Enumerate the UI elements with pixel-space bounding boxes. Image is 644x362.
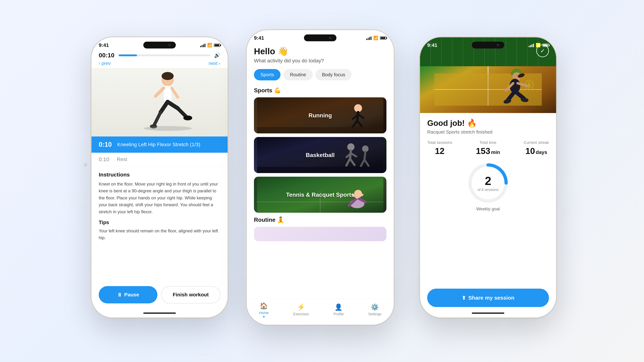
basketball-label: Basketball bbox=[306, 152, 335, 159]
workout-timer: 00:10 bbox=[99, 52, 115, 59]
power-button[interactable] bbox=[228, 95, 228, 117]
svg-point-11 bbox=[184, 116, 192, 120]
svg-line-7 bbox=[161, 102, 168, 112]
current-exercise-block: 0:10 Kneeling Left Hip Flexor Stretch (1… bbox=[92, 137, 228, 153]
tips-text: Your left knee should remain on the floo… bbox=[99, 227, 220, 241]
exercises-icon: ⚡ bbox=[297, 303, 305, 311]
weekly-goal-section: 2 of 8 sessions Weekly goal bbox=[427, 161, 549, 211]
signal-icon-center bbox=[366, 36, 372, 40]
filter-tabs: Sports Routine Body focus bbox=[254, 69, 386, 80]
wifi-icon-right: 📶 bbox=[536, 43, 540, 48]
exercise-time: 0:10 bbox=[99, 141, 112, 148]
tennis-label: Tennis & Racquet Sports bbox=[286, 191, 354, 198]
total-time-value: 153 bbox=[476, 146, 490, 156]
status-icons-left: 📶 bbox=[200, 43, 220, 48]
nav-settings[interactable]: ⚙️ Settings bbox=[368, 303, 382, 316]
svg-point-10 bbox=[144, 126, 192, 131]
phone-left: 9:41 📶 00:10 🔊 bbox=[91, 37, 228, 318]
nav-settings-label: Settings bbox=[368, 312, 382, 316]
instructions-text: Kneel on the floor. Move your right leg … bbox=[99, 181, 220, 215]
pause-button[interactable]: ⏸ Pause bbox=[99, 286, 158, 303]
home-content: Hello 👋 What activity did you do today? … bbox=[247, 43, 394, 298]
camera-dot-center bbox=[329, 37, 332, 39]
rest-block: 0:10 Rest bbox=[92, 153, 228, 166]
workout-buttons: ⏸ Pause Finish workout bbox=[92, 283, 228, 312]
result-content: Good job! 🔥 Racquet Sports stretch finis… bbox=[420, 113, 556, 312]
prev-button[interactable]: ‹ prev bbox=[99, 61, 111, 66]
tab-body-focus[interactable]: Body focus bbox=[316, 69, 352, 80]
svg-line-6 bbox=[178, 108, 186, 116]
nav-exercises-label: Exercises bbox=[293, 312, 309, 316]
donut-chart: 2 of 8 sessions bbox=[466, 161, 510, 205]
nav-exercises[interactable]: ⚡ Exercises bbox=[293, 303, 309, 316]
power-center[interactable] bbox=[394, 93, 394, 115]
status-icons-right: 📶 .phone-right .battery-icon::after{back… bbox=[529, 43, 549, 48]
sound-icon[interactable]: 🔊 bbox=[214, 52, 220, 58]
home-indicator-left bbox=[143, 312, 176, 314]
share-label: Share my session bbox=[468, 295, 514, 301]
camera-dot-right bbox=[497, 44, 499, 46]
workout-screen: 9:41 📶 00:10 🔊 bbox=[92, 37, 228, 318]
svg-line-4 bbox=[172, 88, 178, 97]
exercise-name: Kneeling Left Hip Flexor Stretch (1/3) bbox=[117, 142, 200, 148]
progress-fill bbox=[118, 54, 137, 56]
stats-row: Total sessions 12 Total time 153 min Cur… bbox=[427, 140, 549, 156]
exercise-image bbox=[92, 68, 228, 137]
basketball-card[interactable]: Basketball bbox=[254, 137, 386, 173]
greeting-title: Hello 👋 bbox=[254, 43, 386, 56]
rest-label: Rest bbox=[117, 157, 127, 162]
volume-up-center[interactable] bbox=[246, 84, 247, 99]
tab-sports[interactable]: Sports bbox=[254, 69, 280, 80]
camera-pill-center bbox=[304, 34, 336, 41]
sessions-done: 2 bbox=[478, 174, 499, 188]
volume-down-center[interactable] bbox=[246, 102, 247, 117]
status-icons-center: 📶 bbox=[366, 36, 386, 40]
phone-center: 9:41 📶 Hello 👋 What activity did you do … bbox=[246, 29, 394, 325]
home-screen: 9:41 📶 Hello 👋 What activity did you do … bbox=[247, 30, 394, 325]
nav-profile-label: Profile bbox=[334, 312, 344, 316]
battery-icon-left bbox=[214, 44, 220, 47]
profile-icon: 👤 bbox=[334, 303, 342, 311]
time-right: 9:41 bbox=[427, 42, 437, 48]
instructions-section: Instructions Kneel on the floor. Move yo… bbox=[92, 166, 228, 283]
battery-icon-center bbox=[380, 36, 386, 40]
svg-line-28 bbox=[364, 152, 365, 160]
finish-workout-button[interactable]: Finish workout bbox=[161, 286, 220, 303]
good-job-title: Good job! 🔥 bbox=[427, 118, 549, 128]
svg-rect-19 bbox=[257, 127, 383, 133]
timer-bar: 00:10 🔊 bbox=[92, 50, 228, 61]
rest-time: 0:10 bbox=[99, 156, 111, 163]
finish-label: Finish workout bbox=[173, 292, 209, 298]
wifi-icon-center: 📶 bbox=[373, 36, 378, 40]
nav-profile[interactable]: 👤 Profile bbox=[334, 303, 344, 316]
nav-home-indicator bbox=[263, 316, 264, 318]
svg-point-1 bbox=[162, 72, 174, 80]
home-icon: 🏠 bbox=[260, 302, 268, 310]
result-screen: 9:41 📶 .phone-right .battery-icon::after… bbox=[420, 37, 556, 318]
total-sessions-value: 12 bbox=[435, 146, 444, 156]
camera-pill-right bbox=[472, 42, 504, 48]
sports-section-title: Sports 💪 bbox=[254, 87, 386, 94]
share-icon: ⬆ bbox=[462, 295, 466, 301]
power-right[interactable] bbox=[556, 95, 557, 117]
nav-home-label: Home bbox=[259, 311, 268, 315]
nav-home[interactable]: 🏠 Home bbox=[259, 302, 268, 318]
tennis-card[interactable]: Tennis & Racquet Sports bbox=[254, 177, 386, 213]
current-streak-value: 10 bbox=[526, 146, 535, 156]
next-button[interactable]: next › bbox=[209, 61, 220, 66]
running-card[interactable]: Running bbox=[254, 97, 386, 133]
bottom-navigation: 🏠 Home ⚡ Exercises 👤 Profile ⚙️ Settings bbox=[247, 298, 394, 325]
camera-pill bbox=[143, 42, 176, 48]
svg-rect-31 bbox=[257, 167, 383, 173]
stat-current-streak: Current streak 10 days bbox=[524, 140, 549, 156]
routine-card-preview[interactable] bbox=[254, 227, 386, 241]
tab-routine[interactable]: Routine bbox=[283, 69, 312, 80]
greeting-subtitle: What activity did you do today? bbox=[254, 58, 386, 64]
svg-line-14 bbox=[357, 112, 358, 121]
pause-label: Pause bbox=[124, 292, 139, 298]
time-left: 9:41 bbox=[99, 42, 109, 48]
instructions-title: Instructions bbox=[99, 172, 220, 178]
share-session-button[interactable]: ⬆ Share my session bbox=[427, 289, 549, 307]
tips-title: Tips bbox=[99, 220, 220, 225]
stat-total-time: Total time 153 min bbox=[476, 140, 500, 156]
